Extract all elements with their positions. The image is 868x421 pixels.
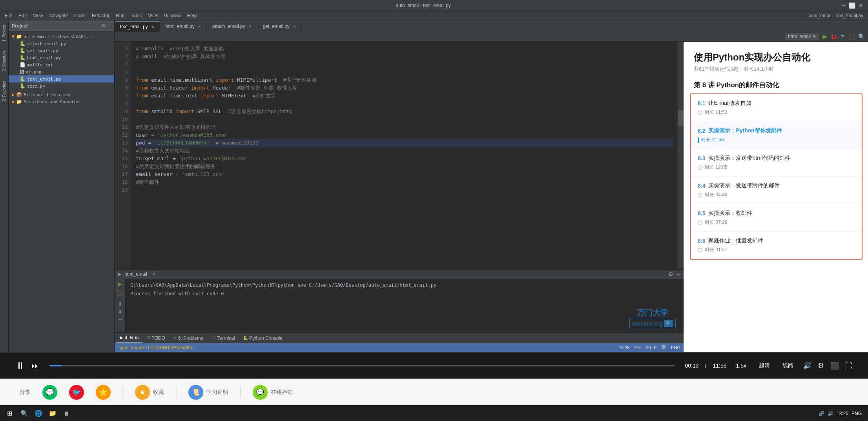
route-control[interactable]: 线路 <box>779 361 797 370</box>
search-status-icon[interactable]: 🔍 <box>661 344 668 351</box>
lesson-item-8-6[interactable]: 8.6 家庭作业：批量发邮件 时长 01:37 <box>691 232 862 259</box>
debug-button[interactable]: 🐞 <box>830 33 837 40</box>
fullscreen-icon[interactable]: ⛶ <box>845 362 852 370</box>
code-line-8 <box>136 100 673 108</box>
progress-bar-container[interactable] <box>49 365 675 366</box>
tree-item-html[interactable]: 🐍 html_email.py <box>9 54 114 61</box>
txt-file-icon: 📄 <box>20 62 26 68</box>
terminal-taskbar-btn[interactable]: 🖥 <box>60 408 74 419</box>
tab-close-icon[interactable]: ✕ <box>293 24 296 29</box>
menu-navigate[interactable]: Navigate <box>46 13 71 18</box>
menu-view[interactable]: View <box>30 13 46 18</box>
tree-item-root[interactable]: ▼ 📁 auto_email C:\Users\GAO\... <box>9 33 114 40</box>
run-panel-tab-label[interactable]: html_email <box>124 271 147 277</box>
tab-html-email[interactable]: html_email.py ✕ <box>160 21 207 32</box>
tree-item-ext-libs[interactable]: ▶ 📦 External Libraries <box>9 91 114 98</box>
menu-help[interactable]: Help <box>184 13 200 18</box>
menu-refactor[interactable]: Refactor <box>89 13 113 18</box>
rerun-icon[interactable]: ▶ <box>118 281 122 287</box>
tab-attach-email[interactable]: attach_email.py ✕ <box>207 21 257 32</box>
minimize-btn[interactable]: ─ <box>842 2 846 9</box>
run-panel-close-icon[interactable]: ✕ <box>152 272 155 277</box>
menu-window[interactable]: Window <box>161 13 184 18</box>
menu-tools[interactable]: Tools <box>128 13 145 18</box>
menu-file[interactable]: File <box>2 13 15 18</box>
quality-control[interactable]: 超清 <box>756 361 773 370</box>
lesson-item-8-4[interactable]: 8.4 实操演示：发送带附件的邮件 时长 04:46 <box>691 177 862 204</box>
tab-terminal[interactable]: ⬛ Terminal <box>207 334 239 342</box>
tab-close-icon[interactable]: ✕ <box>198 24 201 29</box>
tree-item-zzzz[interactable]: 🐍 zzzz.py <box>9 82 114 90</box>
collect-btn[interactable]: ★ 收藏 <box>135 385 164 400</box>
stop-button[interactable]: ⬛ <box>848 33 855 40</box>
settings-icon[interactable]: ≡ <box>108 23 111 29</box>
menu-code[interactable]: Code <box>71 13 89 18</box>
tab-close-icon[interactable]: ✕ <box>248 24 252 29</box>
search-bar-taskbar[interactable]: 🔍 <box>17 408 31 419</box>
speed-control[interactable]: 1.5x <box>733 362 749 370</box>
weixin-share-btn[interactable]: 💬 <box>42 385 57 400</box>
tree-item-get[interactable]: 🐍 get_email.py <box>9 47 114 54</box>
lesson-item-8-3[interactable]: 8.3 实操演示：发送带html代码的邮件 时长 12:05 <box>691 149 862 177</box>
favorites-tab[interactable]: 2: Favorites <box>1 79 7 103</box>
tree-item-png[interactable]: 🖼 qr.png <box>9 68 114 75</box>
win-start-button[interactable]: ⊞ <box>2 406 17 421</box>
lesson-item-8-2[interactable]: 8.2 实操演示：Python帮你发邮件 时长 11:56 <box>691 122 862 149</box>
current-time: 00:13 <box>685 362 699 369</box>
lesson-item-8-1[interactable]: 8.1 让E-mail收发自如 时长 11:52 <box>691 94 862 122</box>
bottom-tabs: ▶ 4: Run ☑ TODO ⚠ 6: Problems ⬛ <box>115 332 684 343</box>
volume-icon[interactable]: 🔊 <box>803 361 811 370</box>
lesson-title-8-5: 实操演示：收邮件 <box>708 210 752 217</box>
close-btn[interactable]: ✕ <box>859 2 863 9</box>
code-content[interactable]: # smtplib #smtp协议库 发送套他 # email #生成邮件的库 … <box>131 42 678 269</box>
pip-icon[interactable]: ⬛ <box>830 361 839 370</box>
tree-item-scratches[interactable]: ▶ 📁 Scratches and Consoles <box>9 98 114 105</box>
menu-run[interactable]: Run <box>113 13 128 18</box>
tab-python-console[interactable]: 🐍 Python Console <box>239 334 286 342</box>
browser-taskbar-btn[interactable]: 🌐 <box>31 408 46 419</box>
structure-tab[interactable]: 2: Structure <box>1 49 7 73</box>
stop-run-icon[interactable]: ⬛ <box>117 289 123 296</box>
project-tree: ▼ 📁 auto_email C:\Users\GAO\... 🐍 attach… <box>9 31 114 352</box>
star-btn[interactable]: ⭐ <box>96 385 111 400</box>
tab-get-email[interactable]: get_email.py ✕ <box>257 21 302 32</box>
code-line-19 <box>136 186 673 194</box>
tree-item-attach[interactable]: 🐍 attach_email.py <box>9 40 114 47</box>
scroll-top-icon[interactable]: ⬆ <box>118 301 122 307</box>
restore-btn[interactable]: ⬜ <box>849 2 855 9</box>
coverage-button[interactable]: ☂ <box>840 33 845 40</box>
menu-edit[interactable]: Edit <box>15 13 30 18</box>
explorer-taskbar-btn[interactable]: 📁 <box>46 408 60 419</box>
tree-item-label: text_email.py <box>27 77 61 82</box>
pause-button[interactable]: ⏸ <box>16 360 25 371</box>
run-button[interactable]: ▶ <box>822 33 827 40</box>
tab-text-email[interactable]: text_email.py ✕ <box>115 21 160 32</box>
menu-vcs[interactable]: VCS <box>145 13 161 18</box>
lesson-item-8-5[interactable]: 8.5 实操演示：收邮件 时长 07:29 <box>691 204 862 232</box>
lesson-list: 8.1 让E-mail收发自如 时长 11:52 8.2 <box>690 93 863 260</box>
project-sidebar-tab[interactable]: 1: Project <box>1 24 7 43</box>
gear-icon[interactable]: ⚙ <box>102 23 106 29</box>
cert-btn[interactable]: 📜 学习证明 <box>188 385 228 400</box>
weibo-share-btn[interactable]: 🐦 <box>69 385 84 400</box>
scroll-down-icon[interactable]: ⬇ <box>118 309 122 315</box>
run-settings-icon[interactable]: ⚙ <box>668 271 673 277</box>
chevron-down-icon: ▼ <box>812 34 816 38</box>
tree-item-txt[interactable]: 📄 myfile.txt <box>9 61 114 68</box>
tab-todo[interactable]: ☑ TODO <box>142 334 169 342</box>
soft-wrap-icon[interactable]: ↩ <box>118 317 122 322</box>
tree-item-text-email[interactable]: 🐍 text_email.py <box>9 75 114 82</box>
next-button[interactable]: ⏭ <box>31 361 39 370</box>
tree-item-label: qr.png <box>26 70 42 75</box>
settings-icon[interactable]: ⚙ <box>818 361 824 370</box>
tab-problems[interactable]: ⚠ 6: Problems <box>169 334 207 342</box>
run-collapse-icon[interactable]: ─ <box>677 271 680 277</box>
consult-label: 在线咨询 <box>271 389 293 396</box>
search-icon[interactable]: 🔍 <box>858 33 865 40</box>
code-line-1: # smtplib #smtp协议库 发送套他 <box>136 45 673 53</box>
network-icon: 🔗 <box>819 411 824 416</box>
consult-btn[interactable]: 💬 在线咨询 <box>253 385 293 400</box>
tab-run[interactable]: ▶ 4: Run <box>116 333 142 343</box>
run-config-select[interactable]: html_email ▼ <box>785 33 819 40</box>
tab-close-icon[interactable]: ✕ <box>151 25 154 29</box>
